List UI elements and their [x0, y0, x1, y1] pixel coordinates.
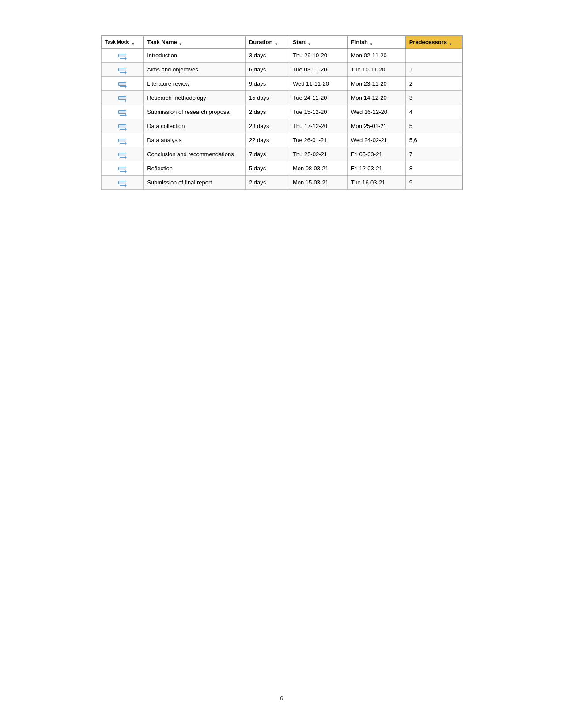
duration-cell: 7 days	[245, 147, 289, 161]
task-mode-cell	[101, 133, 144, 147]
duration-cell: 2 days	[245, 105, 289, 119]
table-row: Introduction3 daysThu 29-10-20Mon 02-11-…	[101, 49, 462, 63]
start-cell: Mon 08-03-21	[289, 161, 347, 176]
task-name-cell: Data collection	[144, 119, 246, 133]
task-mode-icon	[118, 54, 126, 59]
task-name-cell: Research methodology	[144, 91, 246, 105]
task-mode-icon	[118, 124, 126, 130]
predecessors-header-label: Predecessors	[409, 39, 447, 45]
table-row: Submission of final report2 daysMon 15-0…	[101, 176, 462, 190]
start-cell: Tue 24-11-20	[289, 91, 347, 105]
finish-sort-icon[interactable]	[370, 40, 374, 45]
table-row: Data analysis22 daysTue 26-01-21Wed 24-0…	[101, 133, 462, 147]
task-mode-cell	[101, 105, 144, 119]
duration-cell: 15 days	[245, 91, 289, 105]
task-mode-icon	[118, 153, 126, 158]
finish-cell: Tue 10-11-20	[347, 63, 405, 77]
task-mode-cell	[101, 161, 144, 176]
finish-cell: Fri 12-03-21	[347, 161, 405, 176]
task-mode-header: Task Mode	[101, 36, 144, 49]
start-cell: Tue 03-11-20	[289, 63, 347, 77]
table-row: Data collection28 daysThu 17-12-20Mon 25…	[101, 119, 462, 133]
start-cell: Thu 17-12-20	[289, 119, 347, 133]
table-row: Reflection5 daysMon 08-03-21Fri 12-03-21…	[101, 161, 462, 176]
predecessors-header: Predecessors	[405, 36, 462, 49]
finish-cell: Wed 24-02-21	[347, 133, 405, 147]
gantt-table: Task Mode Task Name Duration	[101, 35, 463, 190]
predecessors-cell: 5,6	[405, 133, 462, 147]
task-name-header: Task Name	[144, 36, 246, 49]
task-name-sort-icon[interactable]	[179, 40, 183, 45]
task-mode-icon	[118, 167, 126, 172]
duration-header: Duration	[245, 36, 289, 49]
task-mode-icon	[118, 139, 126, 144]
table-row: Aims and objectives6 daysTue 03-11-20Tue…	[101, 63, 462, 77]
finish-cell: Mon 23-11-20	[347, 77, 405, 91]
predecessors-cell: 1	[405, 63, 462, 77]
task-mode-sort-icon[interactable]	[132, 40, 136, 44]
duration-sort-icon[interactable]	[274, 40, 279, 45]
predecessors-cell: 4	[405, 105, 462, 119]
duration-cell: 28 days	[245, 119, 289, 133]
start-cell: Thu 29-10-20	[289, 49, 347, 63]
table-header-row: Task Mode Task Name Duration	[101, 36, 462, 49]
task-name-cell: Submission of final report	[144, 176, 246, 190]
duration-cell: 3 days	[245, 49, 289, 63]
start-header: Start	[289, 36, 347, 49]
duration-cell: 22 days	[245, 133, 289, 147]
predecessors-cell	[405, 49, 462, 63]
table-row: Research methodology15 daysTue 24-11-20M…	[101, 91, 462, 105]
predecessors-cell: 7	[405, 147, 462, 161]
task-mode-icon	[118, 96, 126, 101]
task-name-cell: Submission of research proposal	[144, 105, 246, 119]
task-mode-icon	[118, 181, 126, 186]
predecessors-cell: 9	[405, 176, 462, 190]
task-name-cell: Reflection	[144, 161, 246, 176]
task-mode-cell	[101, 176, 144, 190]
finish-cell: Mon 25-01-21	[347, 119, 405, 133]
start-cell: Tue 15-12-20	[289, 105, 347, 119]
start-cell: Thu 25-02-21	[289, 147, 347, 161]
predecessors-sort-icon[interactable]	[449, 40, 453, 45]
table-row: Submission of research proposal2 daysTue…	[101, 105, 462, 119]
start-header-label: Start	[293, 39, 306, 45]
duration-cell: 9 days	[245, 77, 289, 91]
task-mode-cell	[101, 49, 144, 63]
start-cell: Tue 26-01-21	[289, 133, 347, 147]
duration-cell: 6 days	[245, 63, 289, 77]
finish-cell: Wed 16-12-20	[347, 105, 405, 119]
task-mode-cell	[101, 63, 144, 77]
task-name-header-label: Task Name	[147, 39, 177, 45]
task-mode-icon	[118, 68, 126, 73]
duration-cell: 2 days	[245, 176, 289, 190]
task-mode-cell	[101, 147, 144, 161]
table-row: Literature review9 daysWed 11-11-20Mon 2…	[101, 77, 462, 91]
task-mode-icon	[118, 110, 126, 116]
task-name-cell: Introduction	[144, 49, 246, 63]
task-mode-header-label: Task Mode	[105, 39, 130, 45]
finish-cell: Fri 05-03-21	[347, 147, 405, 161]
predecessors-cell: 3	[405, 91, 462, 105]
start-cell: Wed 11-11-20	[289, 77, 347, 91]
finish-cell: Tue 16-03-21	[347, 176, 405, 190]
task-name-cell: Literature review	[144, 77, 246, 91]
predecessors-cell: 5	[405, 119, 462, 133]
page: Task Mode Task Name Duration	[0, 0, 563, 728]
finish-header-label: Finish	[351, 39, 368, 45]
task-mode-icon	[118, 82, 126, 87]
finish-cell: Mon 14-12-20	[347, 91, 405, 105]
task-name-cell: Data analysis	[144, 133, 246, 147]
finish-header: Finish	[347, 36, 405, 49]
predecessors-cell: 8	[405, 161, 462, 176]
duration-header-label: Duration	[249, 39, 272, 45]
page-number: 6	[280, 677, 283, 702]
start-cell: Mon 15-03-21	[289, 176, 347, 190]
predecessors-cell: 2	[405, 77, 462, 91]
duration-cell: 5 days	[245, 161, 289, 176]
task-mode-cell	[101, 77, 144, 91]
task-name-cell: Conclusion and recommendations	[144, 147, 246, 161]
start-sort-icon[interactable]	[308, 40, 312, 45]
task-mode-cell	[101, 119, 144, 133]
finish-cell: Mon 02-11-20	[347, 49, 405, 63]
task-mode-cell	[101, 91, 144, 105]
